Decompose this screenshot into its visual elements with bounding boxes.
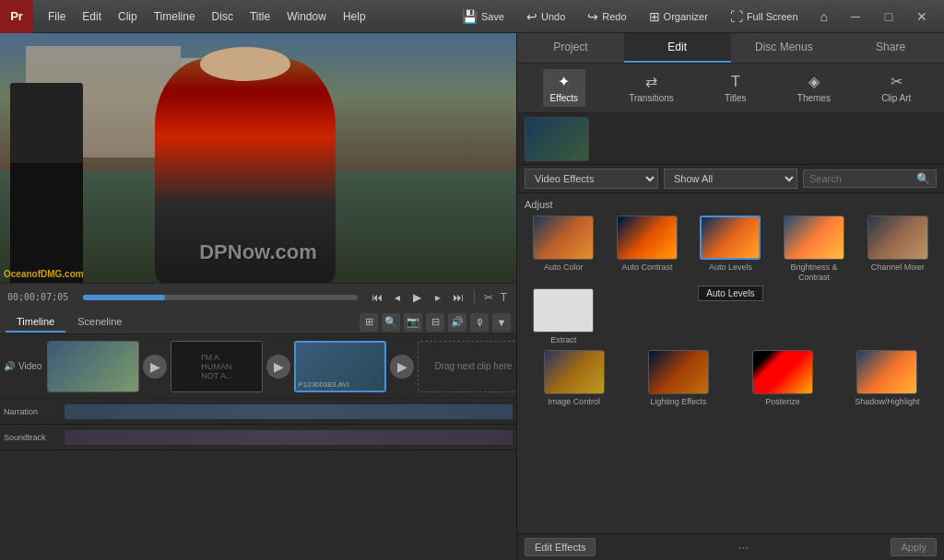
- transition-arrow-3[interactable]: ▶: [390, 355, 414, 379]
- effect-thumb-auto-levels: [700, 216, 761, 260]
- effect-thumb-shadow-highlight: [856, 350, 917, 394]
- tab-project[interactable]: Project: [517, 33, 624, 63]
- menu-bar: Pr File Edit Clip Timeline Disc Title Wi…: [0, 0, 944, 33]
- skip-back-button[interactable]: ⏮: [369, 289, 385, 306]
- effects-grid-row1: Auto Color Auto Contrast Auto Levels Aut…: [525, 216, 937, 344]
- video-controls: 00;00;07;05 ⏮ ◂ ▶ ▸ ⏭ ✂ T: [0, 283, 516, 310]
- tl-zoom-button[interactable]: 🔍: [382, 313, 400, 332]
- clip-2[interactable]: I'M AHUMANNOT A...: [171, 341, 263, 392]
- menu-title[interactable]: Title: [242, 6, 277, 27]
- tl-audio-button[interactable]: 🔊: [448, 313, 466, 332]
- subtab-themes[interactable]: ◈ Themes: [790, 69, 838, 107]
- effects-type-select[interactable]: Video Effects: [525, 169, 658, 189]
- effect-thumb-brightness: [784, 216, 844, 260]
- speaker-icon: 🔊: [4, 361, 15, 371]
- video-track-label: 🔊 Video: [4, 361, 41, 371]
- effect-label-shadow-highlight: Shadow/Highlight: [855, 397, 919, 407]
- effect-lighting[interactable]: Lighting Effects: [629, 350, 727, 407]
- effect-auto-color[interactable]: Auto Color: [525, 216, 603, 283]
- subtab-transitions[interactable]: ⇄ Transitions: [621, 69, 681, 107]
- themes-label: Themes: [797, 93, 831, 103]
- search-input[interactable]: [809, 173, 916, 184]
- menu-window[interactable]: Window: [279, 6, 334, 27]
- save-button[interactable]: 💾 Save: [456, 7, 510, 26]
- effect-thumb-auto-contrast: [617, 216, 678, 260]
- effect-brightness-contrast[interactable]: Brightness & Contrast: [775, 216, 854, 283]
- redo-button[interactable]: ↪ Redo: [582, 7, 631, 26]
- timeline-area: Timeline Sceneline ⊞ 🔍 📷 ⊟ 🔊 🎙 ▼ 🔊: [0, 310, 516, 560]
- frame-forward-button[interactable]: ▸: [430, 289, 446, 306]
- preview-strip: [517, 113, 944, 165]
- tl-narration-button[interactable]: 🎙: [470, 313, 489, 332]
- tab-disc-menus[interactable]: Disc Menus: [731, 33, 838, 63]
- tab-timeline[interactable]: Timeline: [6, 312, 65, 332]
- home-icon: ⌂: [820, 9, 828, 24]
- organizer-button[interactable]: ⊞ Organizer: [643, 7, 714, 26]
- menu-disc[interactable]: Disc: [205, 6, 241, 27]
- minimize-button[interactable]: ─: [844, 6, 867, 28]
- progress-bar[interactable]: [83, 295, 358, 300]
- menu-file[interactable]: File: [41, 6, 73, 27]
- effect-label-auto-contrast: Auto Contrast: [621, 262, 672, 273]
- effect-auto-levels[interactable]: Auto Levels Auto Levels: [691, 216, 770, 283]
- clip-1-thumbnail: [48, 342, 138, 391]
- themes-icon: ◈: [808, 73, 820, 90]
- effect-label-posterize: Posterize: [765, 397, 800, 407]
- toolbar: 💾 Save ↩ Undo ↪ Redo ⊞ Organizer ⛶ Full …: [445, 6, 944, 28]
- menu-clip[interactable]: Clip: [111, 6, 145, 27]
- narration-clip: [65, 404, 513, 419]
- effects-icon: ✦: [558, 73, 570, 90]
- menu-edit[interactable]: Edit: [75, 6, 109, 27]
- effect-extract[interactable]: Extract: [525, 288, 603, 345]
- organizer-icon: ⊞: [649, 9, 660, 24]
- tl-grid-button[interactable]: ⊟: [426, 313, 444, 332]
- undo-button[interactable]: ↩ Undo: [521, 7, 571, 26]
- effect-auto-contrast[interactable]: Auto Contrast: [608, 216, 687, 283]
- clip-1[interactable]: [47, 341, 139, 392]
- effect-bg-auto-contrast: [618, 216, 677, 259]
- effect-channel-mixer[interactable]: Channel Mixer: [858, 216, 937, 283]
- tl-settings-button[interactable]: ▼: [492, 313, 511, 332]
- search-box: 🔍: [803, 169, 937, 188]
- subtab-effects[interactable]: ✦ Effects: [543, 69, 585, 107]
- fullscreen-button[interactable]: ⛶ Full Screen: [725, 7, 804, 26]
- tl-fit-button[interactable]: ⊞: [360, 313, 378, 332]
- transition-arrow-1[interactable]: ▶: [143, 355, 167, 379]
- apply-button[interactable]: Apply: [891, 538, 937, 556]
- tl-camera-button[interactable]: 📷: [404, 313, 422, 332]
- effect-label-auto-color: Auto Color: [544, 262, 584, 273]
- text-tool[interactable]: T: [499, 289, 509, 306]
- soundtrack-track: Soundtrack: [0, 425, 516, 450]
- effect-image-control[interactable]: Image Control: [525, 350, 623, 407]
- effect-bg-posterize: [753, 351, 812, 393]
- clip-timecode: P12300383.AVI: [298, 380, 348, 389]
- menu-items: File Edit Clip Timeline Disc Title Windo…: [33, 6, 445, 27]
- edit-effects-button[interactable]: Edit Effects: [525, 538, 596, 556]
- home-button[interactable]: ⌂: [815, 7, 833, 26]
- titles-label: Titles: [725, 93, 747, 103]
- effect-posterize[interactable]: Posterize: [734, 350, 832, 407]
- effect-shadow-highlight[interactable]: Shadow/Highlight: [838, 350, 937, 407]
- maximize-button[interactable]: □: [878, 6, 900, 28]
- subtab-titles[interactable]: T Titles: [717, 70, 754, 107]
- close-button[interactable]: ✕: [911, 6, 933, 28]
- play-button[interactable]: ▶: [409, 289, 426, 306]
- skip-forward-button[interactable]: ⏭: [450, 289, 466, 306]
- timeline-content: 🔊 Video ▶ I'M AHU: [0, 334, 516, 560]
- menu-timeline[interactable]: Timeline: [147, 6, 203, 27]
- tab-edit[interactable]: Edit: [624, 33, 731, 63]
- drop-zone[interactable]: Drag next clip here: [418, 341, 516, 392]
- frame-back-button[interactable]: ◂: [389, 289, 406, 306]
- tab-sceneline[interactable]: Sceneline: [66, 312, 133, 332]
- video-track: 🔊 Video ▶ I'M AHU: [0, 334, 516, 399]
- menu-help[interactable]: Help: [336, 6, 373, 27]
- clip-3[interactable]: P12300383.AVI: [294, 341, 386, 392]
- effect-thumb-image-control: [544, 350, 605, 394]
- right-panel: Project Edit Disc Menus Share ✦ Effects …: [516, 33, 944, 560]
- effects-show-select[interactable]: Show All: [664, 169, 797, 189]
- person-main: [155, 58, 336, 283]
- subtab-clipart[interactable]: ✂ Clip Art: [874, 69, 918, 107]
- transition-arrow-2[interactable]: ▶: [266, 355, 290, 379]
- scissors-tool[interactable]: ✂: [482, 289, 495, 306]
- tab-share[interactable]: Share: [837, 33, 944, 63]
